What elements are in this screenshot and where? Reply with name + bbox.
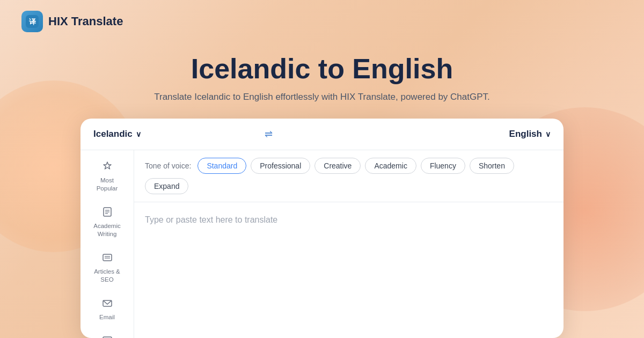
translation-input-area[interactable]: Type or paste text here to translate	[134, 202, 564, 310]
translator-card: Icelandic ∨ ⇌ English ∨ MostPopular	[80, 119, 564, 338]
logo-icon: 译	[21, 11, 43, 32]
logo-text: HIX Translate	[48, 14, 123, 28]
translation-placeholder: Type or paste text here to translate	[145, 215, 277, 224]
email-icon	[102, 298, 113, 311]
sidebar-item-most-popular[interactable]: MostPopular	[84, 156, 130, 198]
swap-languages-button[interactable]: ⇌	[265, 128, 273, 140]
right-panel: Tone of voice: Standard Professional Cre…	[134, 150, 564, 338]
tone-bar: Tone of voice: Standard Professional Cre…	[134, 150, 564, 202]
tone-creative-button[interactable]: Creative	[314, 158, 361, 174]
language-bar: Icelandic ∨ ⇌ English ∨	[80, 119, 564, 150]
tone-academic-button[interactable]: Academic	[365, 158, 416, 174]
target-chevron-icon: ∨	[545, 130, 551, 138]
tone-shorten-button[interactable]: Shorten	[470, 158, 514, 174]
svg-text:译: 译	[29, 18, 36, 26]
hero-subtitle: Translate Icelandic to English effortles…	[154, 92, 490, 102]
logo-product: Translate	[68, 14, 123, 28]
tone-professional-button[interactable]: Professional	[251, 158, 310, 174]
svg-rect-6	[103, 254, 112, 261]
hero-section: Icelandic to English Translate Icelandic…	[143, 43, 501, 119]
target-language-label: English	[509, 129, 542, 139]
tone-fluency-button[interactable]: Fluency	[421, 158, 465, 174]
main-layout: MostPopular AcademicWriting	[80, 150, 564, 338]
source-language-selector[interactable]: Icelandic ∨	[93, 129, 141, 139]
tone-label: Tone of voice:	[145, 161, 191, 170]
articles-seo-icon	[102, 252, 113, 266]
source-language-label: Icelandic	[93, 129, 133, 139]
logo-brand: HIX	[48, 14, 68, 28]
source-chevron-icon: ∨	[136, 130, 141, 138]
sidebar-label-articles-seo: Articles &SEO	[94, 268, 120, 284]
sidebar-label-academic-writing: AcademicWriting	[93, 222, 121, 238]
sidebar-item-email[interactable]: Email	[84, 292, 130, 327]
sidebar: MostPopular AcademicWriting	[80, 150, 134, 338]
social-ad-icon	[102, 335, 113, 338]
most-popular-icon	[102, 161, 113, 174]
tone-expand-button[interactable]: Expand	[145, 178, 188, 194]
logo[interactable]: 译 HIX Translate	[21, 11, 123, 32]
sidebar-item-academic-writing[interactable]: AcademicWriting	[84, 201, 130, 244]
sidebar-label-most-popular: MostPopular	[97, 177, 118, 193]
sidebar-label-email: Email	[99, 313, 115, 321]
sidebar-item-articles-seo[interactable]: Articles &SEO	[84, 247, 130, 289]
academic-writing-icon	[102, 207, 113, 220]
sidebar-item-social-ad[interactable]: Social & Ad	[84, 330, 130, 338]
header: 译 HIX Translate	[0, 0, 644, 43]
tone-standard-button[interactable]: Standard	[197, 158, 246, 174]
target-language-selector[interactable]: English ∨	[509, 129, 551, 139]
page-title: Icelandic to English	[154, 54, 490, 84]
